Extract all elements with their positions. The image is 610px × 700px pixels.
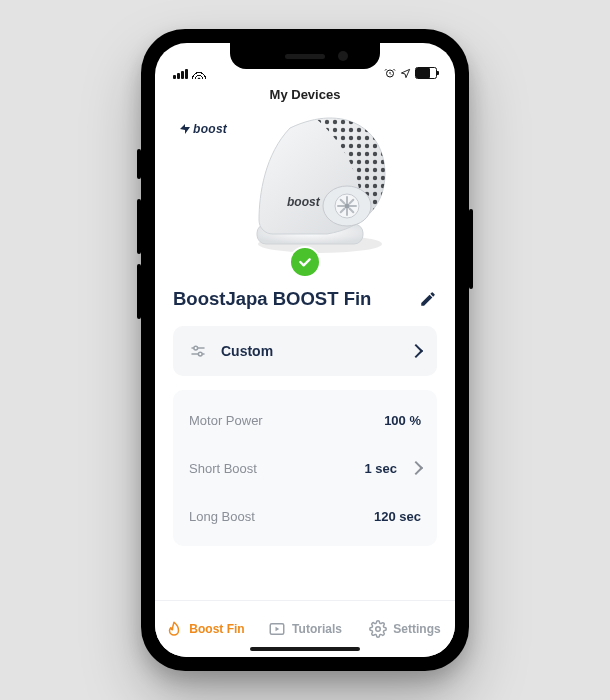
boost-fin-icon	[165, 620, 183, 638]
wifi-icon	[192, 69, 206, 79]
alarm-icon	[384, 67, 396, 79]
home-indicator[interactable]	[250, 647, 360, 651]
silence-switch	[137, 149, 141, 179]
motor-power-row: Motor Power 100 %	[189, 396, 421, 444]
sliders-icon	[189, 342, 207, 360]
phone-frame: My Devices boost	[141, 29, 469, 671]
chevron-right-icon	[409, 344, 423, 358]
chevron-right-icon	[409, 461, 423, 475]
notch	[230, 43, 380, 69]
svg-text:boost: boost	[287, 195, 321, 209]
brand-logo: boost	[179, 122, 227, 136]
tutorials-icon	[268, 620, 286, 638]
tab-boost-fin[interactable]: Boost Fin	[155, 601, 255, 657]
settings-card: Motor Power 100 % Short Boost 1 sec Long…	[173, 390, 437, 546]
device-image: boost	[235, 110, 405, 260]
power-button	[469, 209, 473, 289]
svg-point-22	[376, 627, 381, 632]
device-hero: boost	[173, 110, 437, 280]
page-title: My Devices	[155, 81, 455, 110]
volume-up-button	[137, 199, 141, 254]
gear-icon	[369, 620, 387, 638]
mode-label: Custom	[221, 343, 273, 359]
mode-selector[interactable]: Custom	[173, 326, 437, 376]
device-name: BoostJapa BOOST Fin	[173, 288, 371, 310]
location-icon	[400, 68, 411, 79]
cellular-signal-icon	[173, 69, 188, 79]
volume-down-button	[137, 264, 141, 319]
short-boost-row[interactable]: Short Boost 1 sec	[189, 444, 421, 492]
svg-marker-21	[276, 627, 280, 632]
battery-icon	[415, 67, 437, 79]
svg-point-17	[194, 346, 198, 350]
svg-point-19	[198, 352, 202, 356]
tab-settings[interactable]: Settings	[355, 601, 455, 657]
connected-check-icon	[289, 246, 321, 278]
edit-name-button[interactable]	[419, 290, 437, 308]
svg-point-15	[345, 204, 350, 209]
long-boost-row: Long Boost 120 sec	[189, 492, 421, 540]
